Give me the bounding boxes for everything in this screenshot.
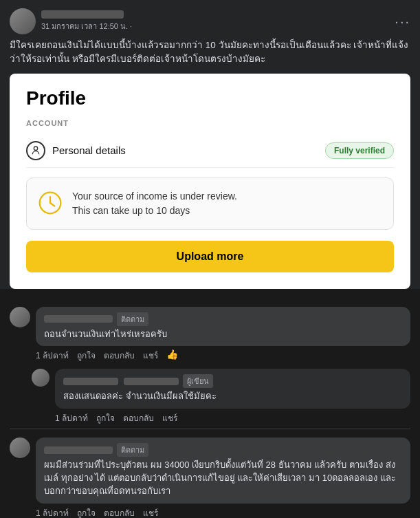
personal-details-label: Personal details (52, 144, 126, 156)
share-button[interactable]: แชร์ (143, 506, 158, 518)
avatar (10, 307, 30, 327)
more-options-button[interactable]: ··· (395, 14, 410, 30)
review-notice: Your source of income is under review. T… (26, 177, 394, 230)
comment-text: สองแสนดอลค่ะ จำนวนเงินมีผลใช้มัยคะ (63, 390, 402, 403)
post-meta: 31 มกราคม เวลา 12:50 น. · (41, 10, 132, 32)
svg-point-0 (34, 147, 37, 150)
like-button[interactable]: ถูกใจ (77, 349, 96, 362)
comment-item: ติดตาม ผมมีส่วนร่วมที่ไประบุตัวตน ผม 340… (0, 433, 420, 518)
commenter-name2 (124, 378, 179, 385)
like-button[interactable]: ถูกใจ (96, 411, 115, 424)
post-text: มีใครเคยถอนเงินไม่ได้แบบนี้บ้างแล้วรอมาก… (10, 39, 410, 67)
review-text: Your source of income is under review. T… (72, 189, 237, 218)
like-icon: 👍 (166, 349, 178, 362)
clock-icon (38, 191, 63, 215)
avatar (32, 369, 49, 387)
person-icon (26, 141, 45, 160)
reply-thread: ผู้เขียน สองแสนดอลค่ะ จำนวนเงินมีผลใช้มั… (32, 369, 420, 424)
post-name (41, 10, 124, 19)
app-screenshot: Profile ACCOUNT Personal details Fully v… (10, 74, 410, 289)
post-time: 31 มกราคม เวลา 12:50 น. · (41, 20, 132, 32)
comment-bubble: ติดตาม ผมมีส่วนร่วมที่ไประบุตัวตน ผม 340… (36, 438, 410, 504)
commenter-name (63, 378, 118, 385)
commenter-name (44, 446, 113, 454)
comment-text: ถอนจำนวนเงินเท่าไหร่เหรอครับ (44, 328, 402, 341)
comment-actions: 1 ล้ปดาท์ ถูกใจ ตอบกลับ แชร์ 👍 (36, 349, 410, 362)
share-button[interactable]: แชร์ (143, 349, 158, 362)
likes-count: 1 ล้ปดาท์ (36, 506, 69, 518)
comment-header: ผู้เขียน (63, 374, 402, 388)
commenter-name (44, 315, 113, 323)
likes-count: 1 ล้ปดาท์ (36, 349, 69, 362)
account-section-label: ACCOUNT (26, 119, 394, 127)
facebook-post: 31 มกราคม เวลา 12:50 น. · ··· มีใครเคยถอ… (0, 0, 420, 289)
divider (10, 429, 410, 429)
reply-button[interactable]: ตอบกลับ (104, 506, 135, 518)
comment-actions: 1 ล้ปดาท์ ถูกใจ ตอบกลับ แชร์ (36, 506, 410, 518)
verified-badge: Fully verified (325, 142, 394, 159)
author-tag: ผู้เขียน (183, 374, 213, 388)
avatar (10, 8, 36, 34)
personal-details-left: Personal details (26, 141, 126, 160)
share-button[interactable]: แชร์ (162, 411, 177, 424)
comment-bubble: ผู้เขียน สองแสนดอลค่ะ จำนวนเงินมีผลใช้มั… (55, 369, 410, 409)
comments-section: ติดตาม ถอนจำนวนเงินเท่าไหร่เหรอครับ 1 ล้… (0, 297, 420, 519)
profile-title: Profile (26, 87, 394, 109)
comment-item: ติดตาม ถอนจำนวนเงินเท่าไหร่เหรอครับ 1 ล้… (0, 303, 420, 367)
comment-text: ผมมีส่วนร่วมที่ไประบุตัวตน ผม 34000 เงีย… (44, 459, 402, 498)
comment-bubble: ติดตาม ถอนจำนวนเงินเท่าไหร่เหรอครับ (36, 307, 410, 347)
follow-tag: ติดตาม (117, 443, 148, 457)
comment-header: ติดตาม (44, 443, 402, 457)
post-user: 31 มกราคม เวลา 12:50 น. · (10, 8, 132, 34)
likes-count: 1 ล้ปดาท์ (55, 411, 88, 424)
comment-header: ติดตาม (44, 312, 402, 326)
review-line1: Your source of income is under review. (72, 189, 237, 204)
follow-tag: ติดตาม (117, 312, 148, 326)
review-line2: This can take up to 10 days (72, 204, 237, 218)
comment-actions: 1 ล้ปดาท์ ถูกใจ ตอบกลับ แชร์ (55, 411, 410, 424)
like-button[interactable]: ถูกใจ (77, 506, 96, 518)
upload-more-button[interactable]: Upload more (26, 241, 394, 272)
reply-item: ผู้เขียน สองแสนดอลค่ะ จำนวนเงินมีผลใช้มั… (32, 369, 410, 424)
svg-line-3 (50, 203, 54, 206)
reply-button[interactable]: ตอบกลับ (123, 411, 154, 424)
avatar (10, 438, 30, 458)
personal-details-row[interactable]: Personal details Fully verified (26, 134, 394, 168)
post-header: 31 มกราคม เวลา 12:50 น. · ··· (10, 8, 410, 34)
reply-button[interactable]: ตอบกลับ (104, 349, 135, 362)
